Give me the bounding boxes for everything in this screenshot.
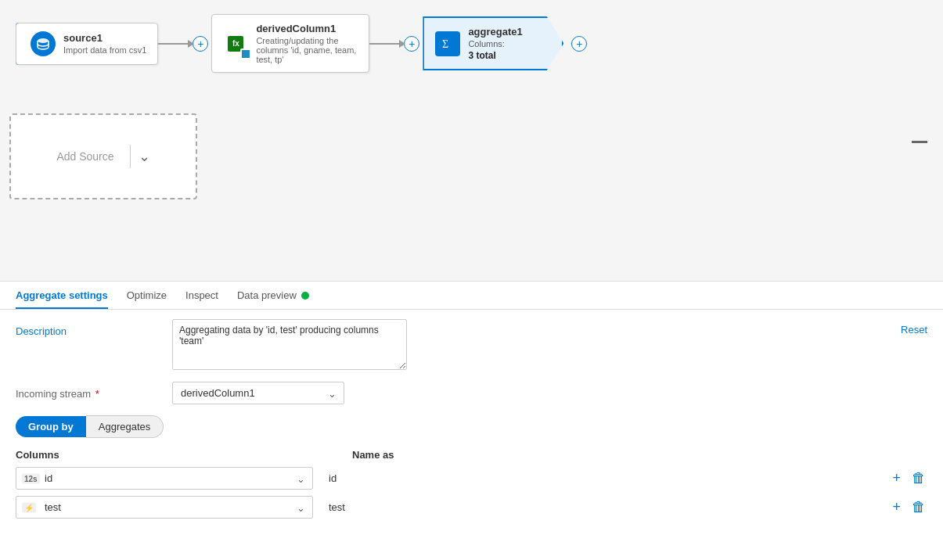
description-textarea[interactable]: Aggregating data by 'id, test' producing… <box>172 319 407 370</box>
col-select-1[interactable]: test <box>16 496 313 519</box>
toggle-group: Group by Aggregates <box>16 415 927 438</box>
source1-subtitle: Import data from csv1 <box>63 45 146 55</box>
aggregate-title: aggregate1 <box>468 26 522 38</box>
tab-data-preview-label: Data preview <box>237 289 297 301</box>
derived-title: derivedColumn1 <box>256 23 358 34</box>
description-textarea-container: Aggregating data by 'id, test' producing… <box>172 319 885 372</box>
plus-btn-3[interactable]: + <box>571 36 587 52</box>
aggregate-text: aggregate1 Columns: 3 total <box>468 26 522 61</box>
tab-aggregate-settings[interactable]: Aggregate settings <box>16 282 108 309</box>
data-preview-dot <box>301 292 309 300</box>
incoming-stream-label-text: Incoming stream <box>16 388 91 400</box>
add-source-label: Add Source <box>56 150 113 163</box>
source1-text: source1 Import data from csv1 <box>63 32 146 55</box>
col-type-badge-1: ⚡ <box>22 502 36 512</box>
svg-point-0 <box>38 38 49 43</box>
derived-sub-icon <box>240 48 251 59</box>
tab-inspect[interactable]: Inspect <box>185 282 218 309</box>
incoming-stream-row: Incoming stream * derivedColumn1 ⌄ <box>16 382 927 404</box>
aggregate-subtitle-value: 3 total <box>468 50 522 61</box>
col-nameas-0: id <box>326 472 878 484</box>
col-row-1: ⚡ test ⌄ test + 🗑 <box>16 496 927 519</box>
tab-optimize[interactable]: Optimize <box>127 282 167 309</box>
group-by-button[interactable]: Group by <box>16 416 86 437</box>
source-db-icon <box>31 31 56 56</box>
source1-node[interactable]: source1 Import data from csv1 <box>16 23 158 65</box>
incoming-stream-label: Incoming stream * <box>16 382 172 400</box>
incoming-stream-required: * <box>95 388 99 400</box>
nameas-col-header: Name as <box>352 449 927 461</box>
incoming-stream-select[interactable]: derivedColumn1 <box>172 382 344 404</box>
col-select-0[interactable]: id <box>16 467 313 490</box>
source1-icon <box>31 31 56 56</box>
tabs-row: Aggregate settings Optimize Inspect Data… <box>0 282 943 310</box>
tab-data-preview[interactable]: Data preview <box>237 282 309 309</box>
col-delete-btn-0[interactable]: 🗑 <box>910 468 927 488</box>
source1-node-wrapper: source1 Import data from csv1 <box>16 23 158 65</box>
col-actions-1: + 🗑 <box>891 497 927 517</box>
derived-icon: fx <box>223 31 248 56</box>
derived-subtitle: Creating/updating the columns 'id, gname… <box>256 36 358 64</box>
pipeline-canvas: source1 Import data from csv1 + fx deriv… <box>0 0 943 282</box>
connector-2: + <box>369 36 423 52</box>
description-row: Description Aggregating data by 'id, tes… <box>16 319 927 372</box>
aggregates-button[interactable]: Aggregates <box>86 415 164 438</box>
svg-text:Σ: Σ <box>442 38 448 50</box>
incoming-stream-select-wrapper: derivedColumn1 ⌄ <box>172 382 344 404</box>
col-select-wrapper-1: ⚡ test ⌄ <box>16 496 313 519</box>
settings-content: Description Aggregating data by 'id, tes… <box>0 319 943 519</box>
derivedcolumn1-node[interactable]: fx derivedColumn1 Creating/updating the … <box>211 14 369 73</box>
source1-title: source1 <box>63 32 146 44</box>
arrow-2 <box>369 43 401 45</box>
col-actions-0: + 🗑 <box>891 468 927 488</box>
add-source-divider <box>130 145 131 168</box>
columns-headers: Columns Name as <box>16 449 927 461</box>
description-label: Description <box>16 319 172 337</box>
col-delete-btn-1[interactable]: 🗑 <box>910 497 927 517</box>
col-add-btn-1[interactable]: + <box>891 497 902 517</box>
arrow-1 <box>158 43 189 45</box>
connector-1: + <box>158 36 211 52</box>
col-select-wrapper-0: 12s id ⌄ <box>16 467 313 490</box>
pipeline-row: source1 Import data from csv1 + fx deriv… <box>0 0 943 87</box>
columns-col-header: Columns <box>16 449 352 461</box>
minimize-bar[interactable] <box>912 141 927 143</box>
add-source-box[interactable]: Add Source ⌄ <box>9 113 197 199</box>
reset-button[interactable]: Reset <box>901 319 927 336</box>
col-row-0: 12s id ⌄ id + 🗑 <box>16 467 927 490</box>
aggregate-subtitle-label: Columns: <box>468 39 522 48</box>
col-type-badge-0: 12s <box>22 473 40 483</box>
col-nameas-1: test <box>326 501 878 513</box>
bottom-panel: Aggregate settings Optimize Inspect Data… <box>0 282 943 560</box>
derived-text: derivedColumn1 Creating/updating the col… <box>256 23 358 64</box>
aggregate1-node[interactable]: Σ aggregate1 Columns: 3 total <box>423 16 563 70</box>
col-add-btn-0[interactable]: + <box>891 468 902 488</box>
plus-btn-2[interactable]: + <box>404 36 419 52</box>
plus-btn-1[interactable]: + <box>193 36 208 52</box>
aggregate-icon: Σ <box>435 31 460 56</box>
add-source-chevron-icon: ⌄ <box>139 148 150 165</box>
